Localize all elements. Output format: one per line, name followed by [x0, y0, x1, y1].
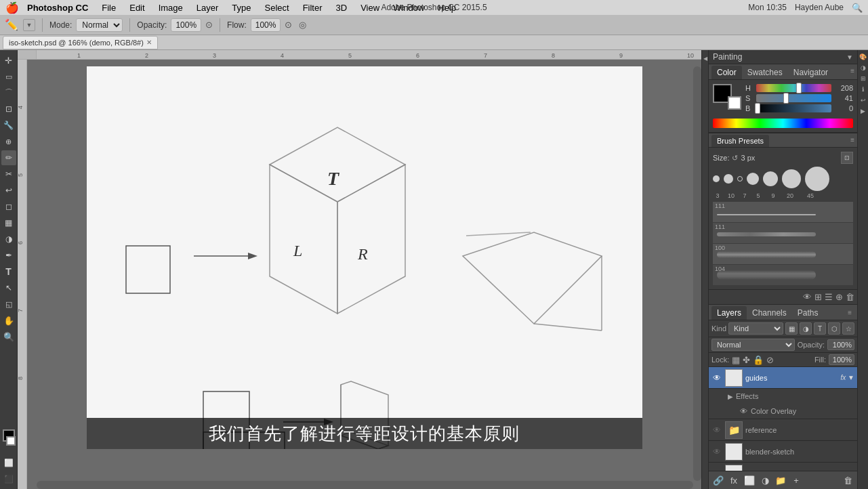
brush-circle-7[interactable] [805, 167, 829, 191]
brush-preview-1[interactable]: 111 [713, 202, 853, 222]
lasso-tool[interactable]: ⌒ [1, 85, 16, 100]
kind-select[interactable]: Kind [728, 322, 783, 335]
color-spectrum-bar[interactable] [713, 119, 853, 128]
path-tool[interactable]: ↖ [1, 280, 16, 295]
channels-tab[interactable]: Channels [747, 306, 792, 320]
menu-filter[interactable]: Filter [300, 3, 325, 13]
opacity-value[interactable]: 100% [171, 18, 201, 32]
brush-panel-menu[interactable]: ≡ [850, 136, 854, 144]
b-slider[interactable] [756, 104, 831, 112]
layer-reference[interactable]: 👁 📁 reference [709, 419, 857, 441]
menu-view[interactable]: View [358, 3, 382, 13]
mode-select[interactable]: Normal [76, 18, 123, 32]
pen-tool[interactable]: ✒ [1, 248, 16, 263]
workspace-chevron[interactable]: ▼ [846, 54, 853, 61]
layers-filter-shape[interactable]: ⬡ [828, 322, 840, 335]
lock-all-btn[interactable]: 🔒 [753, 355, 764, 365]
menu-image[interactable]: Image [156, 3, 186, 13]
layers-filter-smart[interactable]: ☆ [842, 322, 854, 335]
lock-art-btn[interactable]: ⊘ [766, 355, 774, 365]
flow-icon[interactable]: ⊙ [285, 20, 292, 30]
effects-expand[interactable]: ▶ [728, 393, 733, 400]
panel-icon-list[interactable]: ☰ [825, 292, 833, 302]
s-slider[interactable] [756, 94, 831, 102]
brush-circle-3[interactable] [737, 176, 743, 182]
menu-3d[interactable]: 3D [333, 3, 350, 13]
brush-size-menu-btn[interactable]: ⊡ [841, 152, 853, 164]
layer-group-btn[interactable]: 📁 [774, 473, 787, 487]
right-icon-actions[interactable]: ▶ [861, 108, 865, 114]
move-tool[interactable]: ✛ [1, 53, 16, 68]
tool-brush-icon[interactable]: ✏️ [4, 18, 19, 33]
layer-mask-btn[interactable]: ⬜ [743, 473, 756, 487]
menu-select[interactable]: Select [262, 3, 291, 13]
layers-tab[interactable]: Layers [711, 306, 747, 320]
panel-icon-trash[interactable]: 🗑 [846, 292, 854, 302]
lock-pixel-btn[interactable]: ▦ [732, 355, 740, 365]
h-scrollbar[interactable] [37, 481, 693, 489]
layer-adjustment-btn[interactable]: ◑ [758, 473, 772, 487]
right-icon-color[interactable]: 🎨 [860, 53, 867, 60]
eraser-tool[interactable]: ◻ [1, 199, 16, 214]
airbrush-toggle[interactable]: ◎ [299, 20, 306, 30]
hand-tool[interactable]: ✋ [1, 313, 16, 328]
layer-delete-btn[interactable]: 🗑 [841, 473, 854, 487]
brush-preview-2[interactable]: 111 [713, 223, 853, 243]
menu-edit[interactable]: Edit [127, 3, 147, 13]
flow-value[interactable]: 100% [251, 18, 281, 32]
layer-demo[interactable]: 👁 demo [709, 463, 857, 471]
background-color[interactable] [6, 436, 16, 446]
layer-blender-eye[interactable]: 👁 [711, 447, 722, 456]
zoom-tool[interactable]: 🔍 [1, 329, 16, 344]
brush-circle-5[interactable] [763, 171, 778, 186]
layers-filter-pixel[interactable]: ▦ [785, 322, 798, 335]
search-icon[interactable]: 🔍 [852, 3, 863, 13]
paths-tab[interactable]: Paths [792, 306, 824, 320]
right-icon-info[interactable]: ℹ [862, 86, 864, 93]
color-tab[interactable]: Color [711, 66, 742, 79]
panel-icon-grid[interactable]: ⊞ [814, 292, 822, 302]
layer-reference-eye[interactable]: 👁 [711, 425, 722, 435]
right-icon-adjust[interactable]: ◑ [861, 64, 866, 71]
quick-mask-btn[interactable]: ⬜ [1, 455, 16, 470]
brush-presets-tab[interactable]: Brush Presets [711, 135, 769, 147]
panel-icon-add[interactable]: ⊕ [835, 292, 843, 302]
fill-value[interactable]: 100% [829, 354, 854, 365]
brush-circle-4[interactable] [747, 173, 759, 185]
color-overlay-eye[interactable]: 👁 [739, 407, 748, 415]
color-panel-menu[interactable]: ≡ [850, 67, 854, 75]
marquee-tool[interactable]: ▭ [1, 69, 16, 84]
brush-tool[interactable]: ✏ [1, 150, 16, 165]
brush-size-refresh[interactable]: ↺ [732, 154, 738, 163]
right-icon-style[interactable]: ⊞ [861, 75, 866, 82]
effects-header[interactable]: ▶ Effects [709, 389, 857, 404]
layer-new-btn[interactable]: + [789, 473, 803, 487]
menu-file[interactable]: File [99, 3, 119, 13]
file-tab[interactable]: iso-sketch.psd @ 166% (demo, RGB/8#) ✕ [3, 36, 158, 49]
canvas-scroll[interactable]: T L R [27, 60, 701, 489]
brush-circle-2[interactable] [724, 174, 733, 184]
swatches-tab[interactable]: Swatches [742, 66, 788, 79]
screen-mode-btn[interactable]: ⬛ [1, 471, 16, 486]
opacity-icon[interactable]: ⊙ [205, 20, 213, 30]
panel-collapse-btn[interactable]: ◀ [701, 50, 708, 489]
dodge-tool[interactable]: ◑ [1, 232, 16, 247]
navigator-tab[interactable]: Navigator [788, 66, 833, 79]
layer-guides-eye[interactable]: 👁 [711, 373, 722, 383]
clone-tool[interactable]: ✂ [1, 167, 16, 182]
crop-tool[interactable]: ⊡ [1, 102, 16, 116]
brush-preview-3[interactable]: 100 [713, 244, 853, 264]
heal-tool[interactable]: ⊕ [1, 134, 16, 149]
brush-circle-6[interactable] [782, 169, 801, 188]
layers-filter-type[interactable]: T [814, 322, 826, 335]
brush-options[interactable]: ▼ [23, 19, 35, 31]
lock-position-btn[interactable]: ✤ [743, 355, 750, 365]
opacity-input[interactable]: 100% [827, 339, 854, 350]
type-tool[interactable]: T [1, 264, 16, 279]
layers-filter-adjust[interactable]: ◑ [800, 322, 812, 335]
v-scrollbar[interactable] [693, 66, 701, 481]
layer-blender-sketch[interactable]: 👁 blender-sketch [709, 441, 857, 463]
layer-guides-fx[interactable]: fx ▼ [841, 374, 854, 381]
menu-layer[interactable]: Layer [194, 3, 222, 13]
background-swatch[interactable] [728, 96, 741, 110]
